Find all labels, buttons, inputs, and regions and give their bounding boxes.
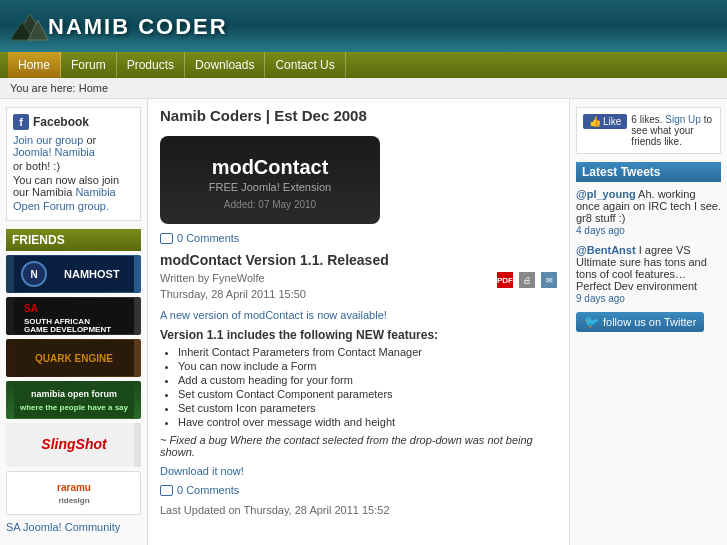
main-layout: f Facebook Join our group or Joomla! Nam… bbox=[0, 99, 727, 545]
svg-text:QUARK ENGINE: QUARK ENGINE bbox=[35, 353, 113, 364]
like-box: 👍 Like 6 likes. Sign Up to see what your… bbox=[576, 107, 721, 154]
facebook-label: Facebook bbox=[33, 115, 89, 129]
bug-fix-text: ~ Fixed a bug Where the contact selected… bbox=[160, 434, 557, 458]
content-title: Namib Coders | Est Dec 2008 bbox=[160, 107, 557, 128]
tweets-header: Latest Tweets bbox=[576, 162, 721, 182]
feature-item: Add a custom heading for your form bbox=[178, 374, 557, 386]
facebook-box: f Facebook Join our group or Joomla! Nam… bbox=[6, 107, 141, 221]
feature-item: Have control over message width and heig… bbox=[178, 416, 557, 428]
comment-bubble-icon-2 bbox=[160, 485, 173, 496]
mod-contact-name: modContact bbox=[176, 156, 364, 179]
tweet-time-2[interactable]: 9 days ago bbox=[576, 293, 721, 304]
svg-rect-13 bbox=[14, 382, 134, 418]
join-group-text: Join our group or Joomla! Namibia bbox=[13, 134, 134, 158]
logo-area: NAMIB CODER bbox=[12, 12, 228, 42]
article-author: Written by FyneWolfe bbox=[160, 272, 306, 284]
sidebar-bottom-links: SA Joomla! Community Joomla! Day South A… bbox=[6, 521, 141, 545]
site-title: NAMIB CODER bbox=[48, 14, 228, 40]
comment-bubble-icon bbox=[160, 233, 173, 244]
comments-count-2: 0 Comments bbox=[177, 484, 239, 496]
tweet-text-2: @BentAnst I agree VS Ultimate sure has t… bbox=[576, 244, 721, 292]
friend-banner-sagd[interactable]: SA SOUTH AFRICAN GAME DEVELOPMENT bbox=[6, 297, 141, 335]
svg-text:where the people have a say: where the people have a say bbox=[18, 403, 128, 412]
comments-count-1: 0 Comments bbox=[177, 232, 239, 244]
feature-item: Set custom Contact Component parameters bbox=[178, 388, 557, 400]
svg-text:raramu: raramu bbox=[57, 482, 91, 493]
nav-downloads[interactable]: Downloads bbox=[185, 52, 265, 78]
main-nav: Home Forum Products Downloads Contact Us bbox=[0, 52, 727, 78]
feature-item: You can now include a Form bbox=[178, 360, 557, 372]
friend-banner-slingshot[interactable]: SlingShot bbox=[6, 423, 141, 467]
nav-products[interactable]: Products bbox=[117, 52, 185, 78]
email-icon[interactable]: ✉ bbox=[541, 272, 557, 288]
like-text: 6 likes. Sign Up to see what your friend… bbox=[631, 114, 714, 147]
namibia-link[interactable]: Namibia bbox=[75, 186, 115, 198]
feature-item: Inherit Contact Parameters from Contact … bbox=[178, 346, 557, 358]
svg-text:GAME DEVELOPMENT: GAME DEVELOPMENT bbox=[24, 325, 111, 334]
comments-link-1[interactable]: 0 Comments bbox=[160, 232, 557, 244]
friend-banner-namhost[interactable]: N NAMHOST bbox=[6, 255, 141, 293]
breadcrumb: You are here: Home bbox=[0, 78, 727, 99]
open-forum-link[interactable]: Open Forum group. bbox=[13, 200, 109, 212]
svg-text:ridesign: ridesign bbox=[58, 496, 89, 505]
join-group-link[interactable]: Join our group bbox=[13, 134, 83, 146]
mod-contact-added: Added: 07 May 2010 bbox=[176, 199, 364, 210]
friends-header: FRIENDS bbox=[6, 229, 141, 251]
or-both-text: or both! :) bbox=[13, 160, 134, 172]
left-sidebar: f Facebook Join our group or Joomla! Nam… bbox=[0, 99, 148, 545]
tweet-time-1[interactable]: 4 days ago bbox=[576, 225, 721, 236]
facebook-icon: f bbox=[13, 114, 29, 130]
join-namibia-text: You can now also join our Namibia Namibi… bbox=[13, 174, 134, 198]
twitter-bird-icon: 🐦 bbox=[584, 315, 599, 329]
article-date: Thursday, 28 April 2011 15:50 bbox=[160, 288, 306, 300]
last-updated: Last Updated on Thursday, 28 April 2011 … bbox=[160, 504, 557, 516]
friend-banner-nof[interactable]: namibia open forum where the people have… bbox=[6, 381, 141, 419]
svg-text:namibia open forum: namibia open forum bbox=[30, 389, 116, 399]
like-button[interactable]: 👍 Like bbox=[583, 114, 627, 129]
svg-text:N: N bbox=[30, 269, 37, 280]
sign-up-link[interactable]: Sign Up bbox=[665, 114, 701, 125]
friend-banner-ramu[interactable]: raramu ridesign bbox=[6, 471, 141, 515]
nav-home[interactable]: Home bbox=[8, 52, 61, 78]
right-sidebar: 👍 Like 6 likes. Sign Up to see what your… bbox=[569, 99, 727, 545]
site-header: NAMIB CODER bbox=[0, 0, 727, 52]
nav-contact[interactable]: Contact Us bbox=[265, 52, 345, 78]
logo-mountain-icon bbox=[12, 12, 48, 42]
thumbs-up-icon: 👍 bbox=[589, 116, 601, 127]
follow-twitter-button[interactable]: 🐦 follow us on Twitter bbox=[576, 312, 704, 332]
facebook-header: f Facebook bbox=[13, 114, 134, 130]
tweet-handle-1[interactable]: @pl_young bbox=[576, 188, 636, 200]
main-content: Namib Coders | Est Dec 2008 modContact F… bbox=[148, 99, 569, 545]
pdf-icon[interactable]: PDF bbox=[497, 272, 513, 288]
new-version-link[interactable]: A new version of modContact is now avail… bbox=[160, 309, 387, 321]
nav-forum[interactable]: Forum bbox=[61, 52, 117, 78]
article-title: modContact Version 1.1. Released bbox=[160, 252, 557, 268]
friend-banner-quarks[interactable]: QUARK ENGINE bbox=[6, 339, 141, 377]
feature-list: Inherit Contact Parameters from Contact … bbox=[178, 346, 557, 428]
tweet-text-1: @pl_young Ah. working once again on IRC … bbox=[576, 188, 721, 224]
tweet-item-1: @pl_young Ah. working once again on IRC … bbox=[576, 188, 721, 236]
svg-text:SA: SA bbox=[24, 303, 38, 314]
download-link[interactable]: Download it now! bbox=[160, 465, 244, 477]
tweet-item-2: @BentAnst I agree VS Ultimate sure has t… bbox=[576, 244, 721, 304]
like-label: Like bbox=[603, 116, 621, 127]
mod-contact-box: modContact FREE Joomla! Extension Added:… bbox=[160, 136, 380, 224]
feature-item: Set custom Icon parameters bbox=[178, 402, 557, 414]
joomla-namibia-link[interactable]: Joomla! Namibia bbox=[13, 146, 95, 158]
print-icon[interactable]: 🖨 bbox=[519, 272, 535, 288]
open-forum-text: Open Forum group. bbox=[13, 200, 134, 212]
sa-joomla-link[interactable]: SA Joomla! Community bbox=[6, 521, 141, 533]
svg-text:SlingShot: SlingShot bbox=[41, 436, 108, 452]
article-tools: PDF 🖨 ✉ bbox=[497, 272, 557, 288]
svg-text:NAMHOST: NAMHOST bbox=[64, 268, 120, 280]
version-heading: Version 1.1 includes the following NEW f… bbox=[160, 328, 557, 342]
svg-rect-18 bbox=[14, 471, 134, 515]
tweet-handle-2[interactable]: @BentAnst bbox=[576, 244, 636, 256]
follow-label: follow us on Twitter bbox=[603, 316, 696, 328]
mod-contact-subtitle: FREE Joomla! Extension bbox=[176, 181, 364, 193]
comments-link-2[interactable]: 0 Comments bbox=[160, 484, 557, 496]
